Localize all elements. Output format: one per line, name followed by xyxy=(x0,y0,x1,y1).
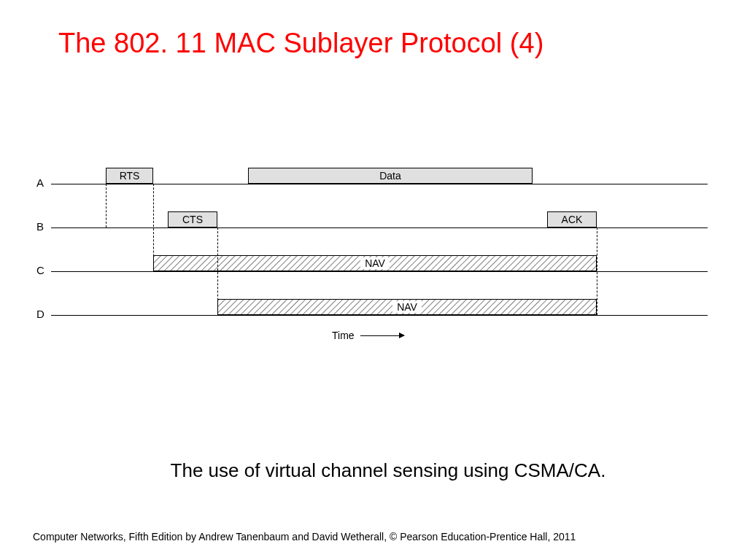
timeline-B xyxy=(51,228,708,228)
nav-label-D: NAV xyxy=(392,301,422,313)
arrow-right-icon xyxy=(360,335,404,336)
time-axis-caption: Time xyxy=(332,330,404,341)
time-label: Time xyxy=(332,330,355,341)
timing-diagram: A RTS Data B CTS ACK C NAV D NAV Ti xyxy=(36,160,708,357)
timeline-A xyxy=(51,184,708,184)
packet-rts-label: RTS xyxy=(120,170,140,182)
row-label-C: C xyxy=(36,264,44,276)
row-label-B: B xyxy=(36,220,44,233)
packet-data-label: Data xyxy=(379,170,401,182)
timeline-C xyxy=(51,271,708,272)
dashed-guide xyxy=(597,228,597,315)
dashed-guide xyxy=(106,184,107,228)
nav-box-C: NAV xyxy=(153,255,597,271)
dashed-guide xyxy=(153,184,154,271)
dashed-guide xyxy=(217,228,218,315)
slide-title: The 802. 11 MAC Sublayer Protocol (4) xyxy=(58,28,718,59)
footer-attribution: Computer Networks, Fifth Edition by Andr… xyxy=(33,531,714,542)
packet-ack: ACK xyxy=(547,211,597,228)
nav-label-C: NAV xyxy=(360,257,390,269)
row-label-A: A xyxy=(36,176,44,189)
figure-caption: The use of virtual channel sensing using… xyxy=(73,459,703,482)
packet-cts-label: CTS xyxy=(182,214,203,225)
packet-data: Data xyxy=(248,168,533,184)
row-label-D: D xyxy=(36,308,44,320)
timeline-D xyxy=(51,315,708,316)
packet-ack-label: ACK xyxy=(562,214,583,225)
nav-box-D: NAV xyxy=(217,299,597,315)
packet-cts: CTS xyxy=(168,211,217,228)
packet-rts: RTS xyxy=(106,168,153,184)
